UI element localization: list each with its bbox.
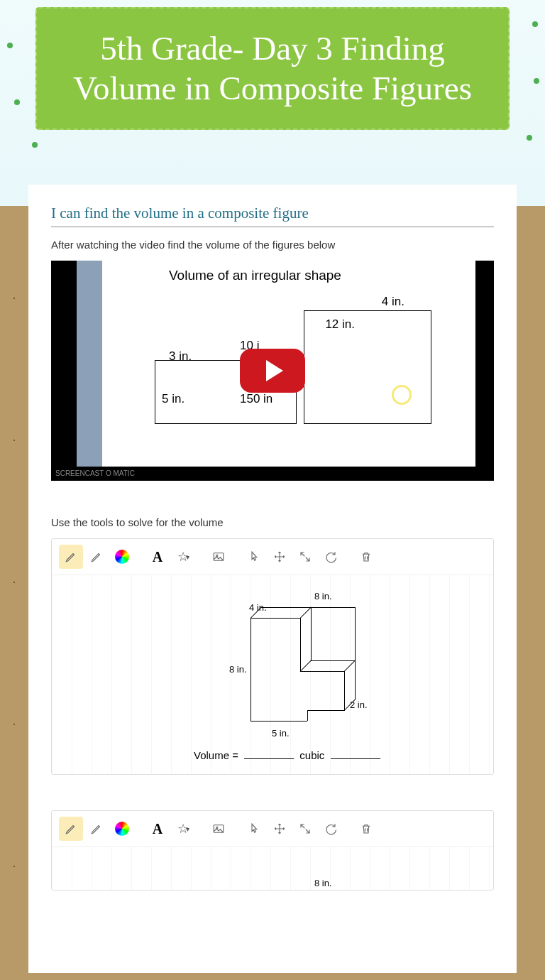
figure-label: 4 in.: [382, 295, 404, 309]
image-tool-icon[interactable]: [207, 545, 231, 569]
drawing-canvas-2: A ☆▾ 8 in.: [51, 810, 494, 891]
video-instruction: After watching the video find the volume…: [51, 239, 494, 251]
figure-label: 8 in.: [314, 591, 332, 601]
video-title-overlay: Volume of an irregular shape: [169, 268, 341, 283]
figure-label: 8 in.: [229, 664, 247, 675]
pointer-tool-icon[interactable]: [242, 817, 266, 841]
decoration-dot: [32, 142, 38, 148]
decoration-dot: [527, 135, 532, 141]
figure-edge: [311, 607, 355, 608]
volume-prefix: Volume =: [194, 749, 238, 761]
pencil-tool-icon[interactable]: [59, 817, 83, 841]
pointer-tool-icon[interactable]: [242, 545, 266, 569]
canvas-toolbar: A ☆▾: [52, 539, 493, 575]
volume-answer-line: Volume = cubic: [194, 749, 383, 761]
figure-edge: [307, 710, 308, 721]
prism-shape: [304, 310, 431, 424]
fullscreen-tool-icon[interactable]: [293, 817, 317, 841]
figure-edge: [300, 618, 301, 671]
move-tool-icon[interactable]: [268, 545, 292, 569]
text-tool-icon[interactable]: A: [145, 545, 170, 569]
pen-tool-icon[interactable]: [84, 817, 109, 841]
page-title: 5th Grade- Day 3 Finding Volume in Compo…: [51, 28, 494, 109]
play-button-icon[interactable]: [240, 349, 305, 393]
redo-tool-icon[interactable]: [319, 545, 343, 569]
figure-edge: [251, 721, 307, 722]
content-area: I can find the volume in a composite fig…: [28, 185, 517, 973]
blank-line: [244, 758, 294, 759]
video-sidebar: [77, 261, 102, 467]
figure-edge: [311, 607, 312, 660]
decoration-dot: [532, 21, 538, 27]
figure-edge: [300, 607, 312, 619]
figure-edge: [344, 660, 356, 672]
canvas-toolbar: A ☆▾: [52, 811, 493, 847]
move-tool-icon[interactable]: [268, 817, 292, 841]
figure-edge: [344, 671, 345, 710]
title-card: 5th Grade- Day 3 Finding Volume in Compo…: [35, 7, 510, 130]
drawing-canvas-1: A ☆▾ 8 in. 4 in. 8 in. 2 in. 5 in.: [51, 538, 494, 775]
color-picker-icon[interactable]: [110, 545, 134, 569]
blank-line: [331, 758, 380, 759]
cursor-highlight: [392, 385, 412, 405]
text-tool-icon[interactable]: A: [145, 817, 170, 841]
learning-objective: I can find the volume in a composite fig…: [51, 205, 494, 227]
tool-instruction: Use the tools to solve for the volume: [51, 516, 494, 528]
figure-edge: [307, 710, 345, 711]
shape-tool-icon[interactable]: ☆▾: [171, 545, 195, 569]
pencil-tool-icon[interactable]: [59, 545, 83, 569]
shape-tool-icon[interactable]: ☆▾: [171, 817, 195, 841]
color-picker-icon[interactable]: [110, 817, 134, 841]
figure-edge: [355, 660, 356, 699]
pen-tool-icon[interactable]: [84, 545, 109, 569]
figure-edge: [251, 618, 251, 721]
video-watermark: SCREENCAST O MATIC: [51, 467, 494, 481]
drawing-surface[interactable]: 8 in.: [52, 847, 493, 890]
figure-edge: [300, 671, 344, 672]
trash-tool-icon[interactable]: [354, 545, 378, 569]
figure-edge: [261, 607, 311, 608]
figure-label: 5 in.: [272, 728, 290, 739]
decoration-dot: [14, 99, 20, 105]
drawing-surface[interactable]: 8 in. 4 in. 8 in. 2 in. 5 in.: [52, 575, 493, 774]
volume-unit-word: cubic: [299, 749, 324, 761]
video-player[interactable]: Volume of an irregular shape 4 in. 12 in…: [51, 261, 494, 481]
figure-label: 8 in.: [314, 878, 332, 888]
decoration-dot: [534, 78, 539, 84]
figure-edge: [311, 660, 355, 661]
fullscreen-tool-icon[interactable]: [293, 545, 317, 569]
figure-edge: [251, 618, 300, 619]
redo-tool-icon[interactable]: [319, 817, 343, 841]
image-tool-icon[interactable]: [207, 817, 231, 841]
figure-edge: [300, 660, 312, 672]
trash-tool-icon[interactable]: [354, 817, 378, 841]
header-background: 5th Grade- Day 3 Finding Volume in Compo…: [0, 0, 545, 206]
decoration-dot: [7, 43, 13, 48]
figure-edge: [355, 607, 356, 660]
